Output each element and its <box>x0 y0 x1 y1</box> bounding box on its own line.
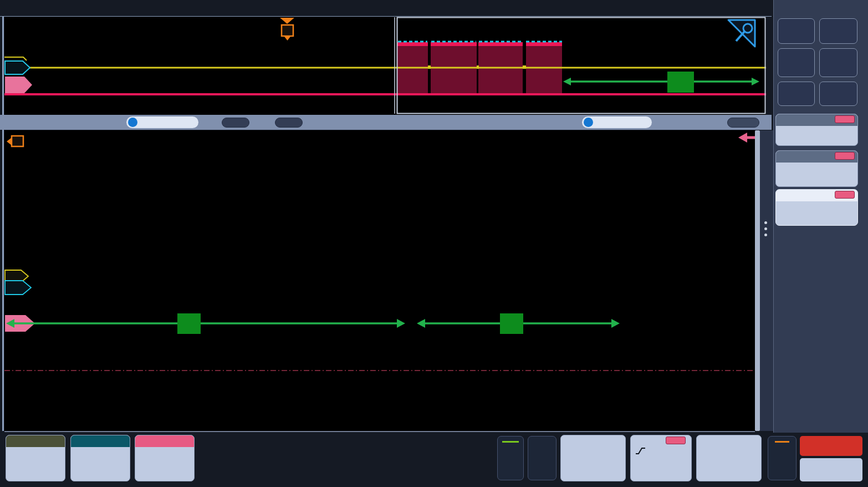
ch1-label-hint <box>4 57 27 60</box>
drag-handle-dots-icon[interactable] <box>764 221 767 236</box>
cursors-button[interactable] <box>778 18 815 44</box>
acquisition-title <box>701 436 757 447</box>
trigger-badge[interactable] <box>630 435 692 481</box>
zoom-out-button[interactable] <box>275 118 303 128</box>
overview-channel-labels[interactable] <box>4 57 32 93</box>
results-table-button[interactable] <box>819 48 857 77</box>
magnifier-icon[interactable] <box>728 20 755 47</box>
zoom-close-button[interactable] <box>727 118 759 128</box>
ch3-badge[interactable] <box>135 435 195 481</box>
knob-b-icon <box>584 118 593 127</box>
zoom-scale-control[interactable] <box>126 116 198 128</box>
rf-button[interactable] <box>768 436 796 480</box>
trigger-source-badge <box>666 437 686 444</box>
bottom-bar <box>0 433 868 487</box>
divider <box>2 17 4 431</box>
ch4-button[interactable] <box>497 436 524 480</box>
knob-a-icon <box>128 118 137 127</box>
ch1-badge[interactable] <box>6 435 65 481</box>
oscilloscope-screen <box>0 0 868 487</box>
source-badge <box>835 115 855 123</box>
main-graticule[interactable] <box>4 130 755 432</box>
ch2-marker[interactable] <box>5 61 30 74</box>
preview-button[interactable] <box>800 436 862 456</box>
ch2-badge-title <box>71 435 130 447</box>
search-button[interactable] <box>778 48 815 77</box>
overview-trigger-flag[interactable] <box>280 18 294 40</box>
t3-annotation <box>563 72 759 93</box>
rising-edge-icon <box>635 447 646 455</box>
zoom-toolbar <box>0 115 772 130</box>
measure-button[interactable] <box>819 18 857 44</box>
datetime-display <box>800 458 862 481</box>
ch2-badge[interactable] <box>70 435 130 481</box>
horizontal-badge[interactable] <box>560 435 626 481</box>
trigger-position-marker[interactable] <box>7 136 23 146</box>
more-button[interactable] <box>819 82 857 106</box>
measurement-badge-8[interactable] <box>775 189 858 226</box>
ch4-color-line <box>502 441 519 443</box>
zoom-position-control[interactable] <box>582 116 652 128</box>
measurement-badge-1[interactable] <box>775 114 858 146</box>
panel-gap <box>760 130 773 431</box>
menu-bar <box>0 0 868 16</box>
ch3-badge-title <box>135 435 194 447</box>
measurement-badge-7[interactable] <box>775 150 858 187</box>
panel-divider-handle[interactable] <box>755 130 760 431</box>
ch2-marker[interactable] <box>5 281 31 295</box>
waveform-overview[interactable] <box>4 17 766 115</box>
zoom-in-button[interactable] <box>222 118 249 128</box>
ch1-badge-title <box>6 435 65 447</box>
ch3-marker[interactable] <box>5 77 32 93</box>
math-ref-bus-button[interactable] <box>528 436 556 480</box>
expansion-point-arrow <box>738 133 755 143</box>
t1-annotation <box>6 313 405 334</box>
horizontal-title <box>565 436 621 447</box>
source-badge <box>835 152 855 160</box>
t2-annotation <box>417 313 620 334</box>
rf-color-line <box>775 441 789 443</box>
acquisition-badge[interactable] <box>696 435 762 481</box>
source-badge <box>835 191 855 199</box>
draw-a-box-button[interactable] <box>778 82 815 106</box>
